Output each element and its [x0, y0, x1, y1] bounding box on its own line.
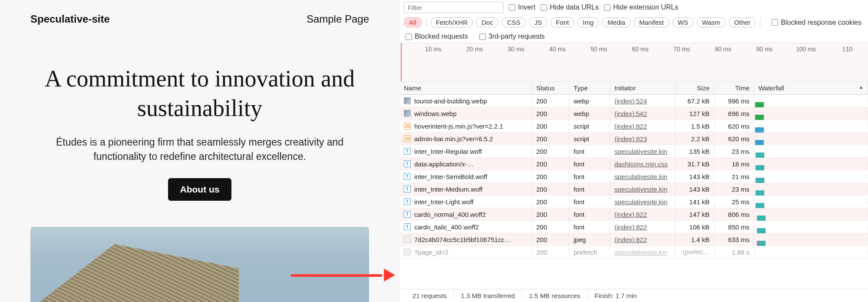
request-type: font [569, 183, 610, 196]
status-finish: Finish: 1.7 min [587, 292, 644, 299]
type-filter-fetchxhr[interactable]: Fetch/XHR [431, 17, 473, 27]
table-row[interactable]: Tcardo_normal_400.woff2200font(index):82… [399, 208, 868, 221]
table-row[interactable]: Tdata:application/x-…200fontdashicons.mi… [399, 158, 868, 170]
request-name: ?page_id=2 [414, 249, 449, 256]
waterfall-cell [754, 212, 868, 217]
type-filter-css[interactable]: CSS [502, 17, 526, 27]
initiator-link[interactable]: (index):542 [614, 110, 647, 117]
initiator-link[interactable]: (index):822 [614, 223, 647, 231]
request-size: 127 kB [675, 107, 714, 120]
tick: 100 ms [785, 46, 826, 53]
hide-extension-urls-checkbox[interactable]: Hide extension URLs [604, 3, 678, 11]
initiator-link[interactable]: (index):822 [614, 236, 647, 243]
status-transferred: 1.3 MB transferred [454, 292, 522, 299]
tick: 90 ms [744, 46, 785, 53]
hide-data-urls-checkbox[interactable]: Hide data URLs [541, 3, 599, 11]
table-row[interactable]: tourist-and-building.webp200webp(index):… [399, 95, 868, 107]
font-file-icon: T [404, 223, 411, 230]
blocked-requests-checkbox[interactable]: Blocked requests [406, 33, 468, 40]
table-body[interactable]: tourist-and-building.webp200webp(index):… [399, 95, 868, 289]
font-file-icon: T [404, 186, 411, 192]
request-name: inter_Inter-Regular.woff [414, 148, 482, 155]
sort-indicator-icon: ▲ [859, 85, 863, 90]
col-initiator[interactable]: Initiator [610, 82, 675, 94]
request-type: webp [569, 107, 610, 120]
request-name: windows.webp [414, 110, 457, 117]
initiator-link[interactable]: (index):822 [614, 123, 647, 130]
timeline-cursor[interactable] [401, 43, 402, 81]
initiator-link[interactable]: speculativesite.kin [614, 186, 667, 193]
waterfall-cell [754, 136, 868, 141]
request-size: 106 kB [675, 221, 714, 233]
third-party-checkbox[interactable]: 3rd-party requests [479, 33, 545, 40]
request-time: 850 ms [714, 221, 754, 233]
site-header: Speculative-site Sample Page [30, 13, 369, 25]
type-filter-media[interactable]: Media [602, 17, 630, 27]
initiator-link[interactable]: (index):524 [614, 97, 647, 105]
waterfall-cell [754, 224, 868, 229]
request-type: jpeg [569, 233, 610, 246]
building-graphic [30, 244, 239, 302]
initiator-link[interactable]: speculativesite.kin [614, 173, 667, 180]
waterfall-cell [754, 161, 868, 166]
col-waterfall[interactable]: Waterfall▲ [754, 82, 868, 94]
request-time: 620 ms [714, 120, 754, 133]
tick: 10 ms [413, 46, 454, 53]
request-status: 200 [532, 158, 569, 170]
type-filter-manifest[interactable]: Manifest [634, 17, 669, 27]
request-type: font [569, 170, 610, 183]
type-filter-ws[interactable]: WS [673, 17, 693, 27]
initiator-link[interactable]: dashicons.min.css [614, 160, 668, 168]
initiator-link[interactable]: (index):822 [614, 211, 647, 218]
initiator-link[interactable]: speculativesite.kin [614, 198, 667, 206]
table-row[interactable]: JShoverintent-js.min.js?ver=2.2.1200scri… [399, 120, 868, 133]
type-filter-wasm[interactable]: Wasm [697, 17, 726, 27]
type-filter-all[interactable]: All [404, 17, 422, 27]
type-filter-other[interactable]: Other [729, 17, 756, 27]
type-filter-doc[interactable]: Doc [476, 17, 498, 27]
table-row[interactable]: Tinter_Inter-Medium.woff200fontspeculati… [399, 183, 868, 196]
filter-input[interactable] [404, 2, 504, 13]
type-filter-img[interactable]: Img [578, 17, 599, 27]
initiator-link[interactable]: speculativesite.kin [614, 148, 667, 155]
about-us-button[interactable]: About us [168, 178, 232, 201]
type-filter-js[interactable]: JS [529, 17, 548, 27]
col-size[interactable]: Size [675, 82, 714, 94]
request-name: hoverintent-js.min.js?ver=2.2.1 [414, 123, 503, 130]
type-filter-font[interactable]: Font [551, 17, 574, 27]
annotation-arrow [291, 269, 395, 282]
request-name: cardo_normal_400.woff2 [414, 211, 486, 218]
timeline-overview[interactable]: 10 ms20 ms30 ms40 ms50 ms60 ms70 ms80 ms… [399, 43, 868, 82]
request-type: font [569, 221, 610, 233]
blocked-cookies-checkbox[interactable]: Blocked response cookies [772, 19, 861, 27]
img-file-icon [404, 110, 411, 117]
initiator-link[interactable]: (index):823 [614, 135, 647, 143]
hero-subtitle: Études is a pioneering firm that seamles… [39, 135, 360, 164]
table-row[interactable]: windows.webp200webp(index):542127 kB696 … [399, 107, 868, 120]
request-type: script [569, 133, 610, 145]
request-status: 200 [532, 107, 569, 120]
table-row[interactable]: Tinter_Inter-Light.woff200fontspeculativ… [399, 196, 868, 208]
table-row[interactable]: Tcardo_italic_400.woff2200font(index):82… [399, 221, 868, 233]
initiator-link[interactable]: speculativesite.kin [614, 249, 667, 256]
request-status: 200 [532, 221, 569, 233]
waterfall-cell [754, 249, 868, 255]
table-row[interactable]: Tinter_Inter-SemiBold.woff200fontspecula… [399, 170, 868, 183]
site-title[interactable]: Speculative-site [30, 13, 110, 25]
col-type[interactable]: Type [569, 82, 610, 94]
invert-checkbox[interactable]: Invert [509, 3, 535, 11]
request-name: admin-bar.min.js?ver=6.5.2 [414, 135, 493, 143]
nav-sample-page[interactable]: Sample Page [307, 13, 369, 25]
request-time: 23 ms [714, 183, 754, 196]
table-row[interactable]: Tinter_Inter-Regular.woff200fontspeculat… [399, 145, 868, 158]
request-status: 200 [532, 170, 569, 183]
table-row[interactable]: JSadmin-bar.min.js?ver=6.5.2200script(in… [399, 133, 868, 145]
request-name: 7d2c4b074cc5c1b5bf106751cc… [414, 236, 511, 243]
col-name[interactable]: Name [399, 82, 532, 94]
table-row[interactable]: 7d2c4b074cc5c1b5bf106751cc…200jpeg(index… [399, 233, 868, 246]
devtools-network-panel: Invert Hide data URLs Hide extension URL… [399, 0, 868, 302]
col-time[interactable]: Time [714, 82, 754, 94]
table-row[interactable]: ?page_id=2200prefetchspeculativesite.kin… [399, 246, 868, 259]
tick: 20 ms [454, 46, 495, 53]
col-status[interactable]: Status [532, 82, 569, 94]
